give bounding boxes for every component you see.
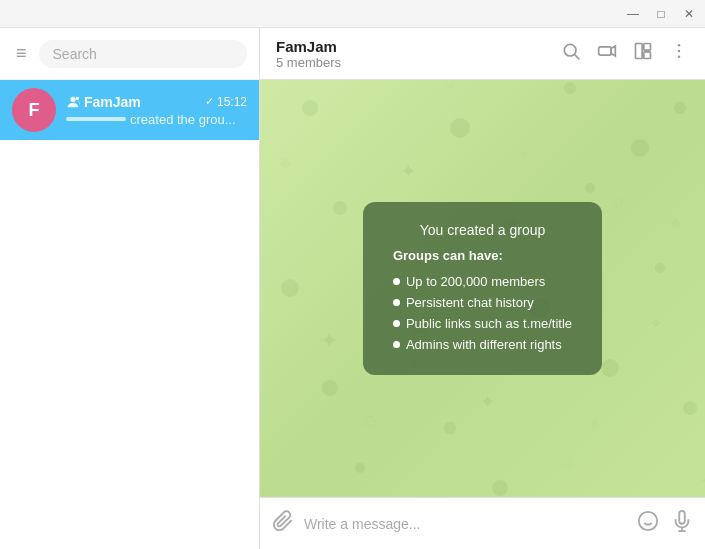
attach-icon[interactable] <box>272 510 294 537</box>
svg-point-45 <box>639 512 657 530</box>
emoji-icon[interactable] <box>637 510 659 537</box>
chat-input-bar <box>260 497 705 549</box>
close-button[interactable]: ✕ <box>681 7 697 21</box>
hamburger-menu-icon[interactable]: ≡ <box>12 39 31 68</box>
chat-title: FamJam <box>276 38 561 55</box>
svg-point-35 <box>564 44 576 56</box>
svg-point-44 <box>678 56 681 59</box>
chat-time: ✓ 15:12 <box>205 95 247 109</box>
chat-header-info: FamJam 5 members <box>276 38 561 70</box>
app-body: ≡ F FamJam ✓ <box>0 28 705 549</box>
sidebar: ≡ F FamJam ✓ <box>0 28 260 549</box>
svg-rect-40 <box>644 44 651 51</box>
chat-name: FamJam <box>66 94 141 110</box>
chat-list: F FamJam ✓ 15:12 <box>0 80 259 549</box>
svg-point-42 <box>678 44 681 47</box>
list-item: Persistent chat history <box>393 292 572 313</box>
svg-line-36 <box>575 55 580 60</box>
info-card-subtitle: Groups can have: <box>393 248 572 263</box>
info-card: You created a group Groups can have: Up … <box>363 202 602 375</box>
chat-item-famjam[interactable]: F FamJam ✓ 15:12 <box>0 80 259 140</box>
search-input[interactable] <box>53 46 233 62</box>
chat-preview: created the grou... <box>66 112 247 127</box>
sidebar-header: ≡ <box>0 28 259 80</box>
svg-rect-39 <box>636 44 643 59</box>
chat-main: ✦ ✧ ✦ ✧ ✦ ✧ ☺ ☺ ☺ ☺ ♣ ♠ ♣ ♠ ♣ <box>260 28 705 549</box>
info-card-list: Up to 200,000 members Persistent chat hi… <box>393 271 572 355</box>
avatar: F <box>12 88 56 132</box>
chat-name-row: FamJam ✓ 15:12 <box>66 94 247 110</box>
list-item: Admins with different rights <box>393 334 572 355</box>
chat-info: FamJam ✓ 15:12 created the grou... <box>66 94 247 127</box>
chat-subtitle: 5 members <box>276 55 561 70</box>
search-icon[interactable] <box>561 41 581 66</box>
list-item: Public links such as t.me/title <box>393 313 572 334</box>
svg-rect-37 <box>599 47 612 55</box>
mic-icon[interactable] <box>671 510 693 537</box>
broadcast-icon[interactable] <box>597 41 617 66</box>
chat-header: FamJam 5 members <box>260 28 705 80</box>
input-right-icons <box>637 510 693 537</box>
layout-icon[interactable] <box>633 41 653 66</box>
maximize-button[interactable]: □ <box>653 7 669 21</box>
chat-messages: You created a group Groups can have: Up … <box>260 80 705 497</box>
more-options-icon[interactable] <box>669 41 689 66</box>
svg-marker-38 <box>611 46 615 56</box>
titlebar: — □ ✕ <box>0 0 705 28</box>
group-icon <box>66 95 80 109</box>
header-actions <box>561 41 689 66</box>
svg-rect-41 <box>644 52 651 59</box>
svg-point-43 <box>678 50 681 53</box>
preview-bar <box>66 117 126 121</box>
search-wrapper <box>39 40 247 68</box>
minimize-button[interactable]: — <box>625 7 641 21</box>
message-input[interactable] <box>304 516 627 532</box>
list-item: Up to 200,000 members <box>393 271 572 292</box>
preview-text: created the grou... <box>130 112 236 127</box>
check-icon: ✓ <box>205 95 214 108</box>
info-card-title: You created a group <box>393 222 572 238</box>
